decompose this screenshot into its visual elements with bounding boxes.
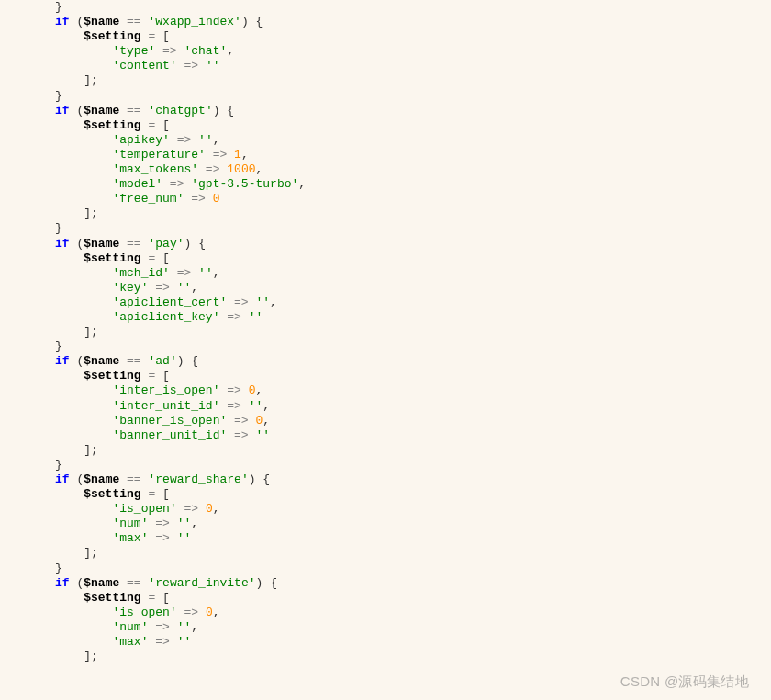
watermark-text: CSDN @源码集结地	[620, 673, 749, 691]
php-code-block: } if ($name == 'wxapp_index') { $setting…	[0, 0, 771, 664]
